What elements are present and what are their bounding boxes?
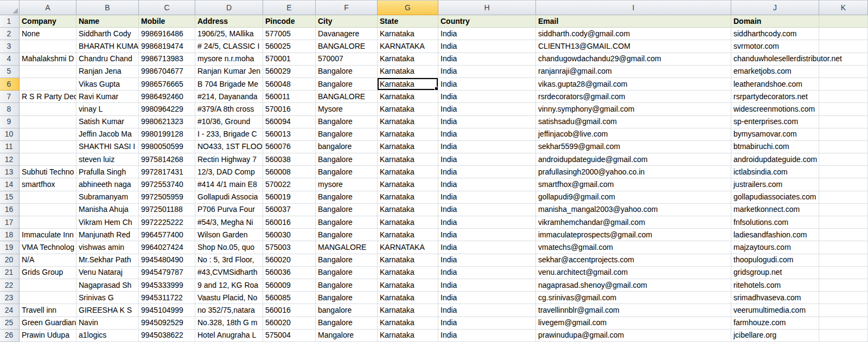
cell-J7[interactable]: rsrpartydecorators.net [731, 91, 819, 103]
column-header-G[interactable]: G [378, 0, 438, 15]
cell-J25[interactable]: farmhouze.com [731, 317, 819, 330]
cell-A3[interactable] [20, 40, 76, 53]
cell-F22[interactable]: Bangalore [316, 279, 378, 292]
cell-B2[interactable]: Siddharth Cody [76, 28, 139, 40]
row-header-26[interactable]: 26 [0, 330, 20, 342]
cell-I17[interactable]: vikramhemchandar@gmail.com [536, 216, 731, 229]
cell-B1[interactable]: Name [76, 15, 139, 28]
cell-A23[interactable] [20, 292, 76, 304]
cell-E25[interactable]: 560020 [263, 317, 316, 330]
cell-E14[interactable]: 570022 [263, 178, 316, 191]
cell-H10[interactable]: India [438, 128, 536, 141]
cell-C1[interactable]: Mobile [139, 15, 195, 28]
cell-H16[interactable]: India [438, 204, 536, 216]
column-header-J[interactable]: J [731, 0, 819, 15]
cell-E23[interactable]: 560085 [263, 292, 316, 304]
cell-C4[interactable]: 9986713983 [139, 53, 195, 66]
cell-F10[interactable]: Bangalore [316, 128, 378, 141]
cell-I19[interactable]: vmatechs@gmail.com [536, 241, 731, 254]
cell-H15[interactable]: India [438, 191, 536, 204]
cell-A21[interactable]: Grids Group [20, 267, 76, 279]
row-header-1[interactable]: 1 [0, 15, 20, 28]
row-header-18[interactable]: 18 [0, 229, 20, 241]
cell-J14[interactable]: justrailers.com [731, 178, 819, 191]
cell-A10[interactable] [20, 128, 76, 141]
cell-K10[interactable] [819, 128, 868, 141]
cell-C11[interactable]: 9980050599 [139, 141, 195, 153]
cell-A18[interactable]: Immaculate Inn [20, 229, 76, 241]
cell-I13[interactable]: prafullasingh2000@yahoo.co.in [536, 166, 731, 178]
cell-I18[interactable]: immaculateprospects@gmail.com [536, 229, 731, 241]
cell-J21[interactable]: gridsgroup.net [731, 267, 819, 279]
cell-C8[interactable]: 9980964229 [139, 103, 195, 115]
cell-C13[interactable]: 9972817431 [139, 166, 195, 178]
cell-I11[interactable]: sekhar5599@gmail.com [536, 141, 731, 153]
cell-D18[interactable]: Wilson Garden [195, 229, 263, 241]
cell-A4[interactable]: Mahalakshmi D [20, 53, 76, 66]
cell-H20[interactable]: India [438, 254, 536, 267]
column-header-C[interactable]: C [139, 0, 195, 15]
cell-F13[interactable]: Bangalore [316, 166, 378, 178]
cell-H17[interactable]: India [438, 216, 536, 229]
cell-H7[interactable]: India [438, 91, 536, 103]
cell-D17[interactable]: #54/3, Megha Ni [195, 216, 263, 229]
cell-C5[interactable]: 9986704677 [139, 66, 195, 78]
cell-I23[interactable]: cg.srinivas@gmail.com [536, 292, 731, 304]
cell-J10[interactable]: bymysamovar.com [731, 128, 819, 141]
cell-E9[interactable]: 560094 [263, 116, 316, 128]
fill-handle[interactable] [435, 87, 438, 90]
cell-F21[interactable]: Bangalore [316, 267, 378, 279]
cell-E20[interactable]: 560020 [263, 254, 316, 267]
cell-F11[interactable]: bangalore [316, 141, 378, 153]
cell-B5[interactable]: Ranjan Jena [76, 66, 139, 78]
cell-D23[interactable]: Vaastu Placid, No [195, 292, 263, 304]
cell-K21[interactable] [819, 267, 868, 279]
row-header-22[interactable]: 22 [0, 279, 20, 292]
cell-B4[interactable]: Chandru Chand [76, 53, 139, 66]
cell-A5[interactable] [20, 66, 76, 78]
cell-I7[interactable]: rsrdecorators@gmail.com [536, 91, 731, 103]
cell-H3[interactable]: India [438, 40, 536, 53]
cell-I25[interactable]: livegem@gmail.com [536, 317, 731, 330]
cell-D25[interactable]: No.328, 18th G m [195, 317, 263, 330]
cell-B18[interactable]: Manjunath Red [76, 229, 139, 241]
cell-A2[interactable]: None [20, 28, 76, 40]
cell-J17[interactable]: fnfsolutions.com [731, 216, 819, 229]
cell-K8[interactable] [819, 103, 868, 115]
cell-H25[interactable]: India [438, 317, 536, 330]
row-header-23[interactable]: 23 [0, 292, 20, 304]
cell-F20[interactable]: Bangalore [316, 254, 378, 267]
cell-G16[interactable]: Karnataka [378, 204, 438, 216]
cell-I3[interactable]: CLIENTH13@GMAIL.COM [536, 40, 731, 53]
cell-I2[interactable]: siddharth.cody@gmail.com [536, 28, 731, 40]
cell-H18[interactable]: India [438, 229, 536, 241]
cell-K5[interactable] [819, 66, 868, 78]
cell-J20[interactable]: thoopulogudi.com [731, 254, 819, 267]
row-header-24[interactable]: 24 [0, 304, 20, 317]
cell-D9[interactable]: #10/36, Ground [195, 116, 263, 128]
cell-K23[interactable] [819, 292, 868, 304]
column-header-K[interactable]: K [819, 0, 868, 15]
cell-J19[interactable]: majzaytours.com [731, 241, 819, 254]
cell-D20[interactable]: No : 5, 3rd Floor, [195, 254, 263, 267]
cell-D21[interactable]: #43,CVMSidharth [195, 267, 263, 279]
cell-H5[interactable]: India [438, 66, 536, 78]
select-all-corner[interactable] [0, 0, 20, 15]
cell-K20[interactable] [819, 254, 868, 267]
cell-A25[interactable]: Green Guardian [20, 317, 76, 330]
cell-K18[interactable] [819, 229, 868, 241]
cell-B9[interactable]: Satish Kumar [76, 116, 139, 128]
cell-B23[interactable]: Srinivas G [76, 292, 139, 304]
cell-J4[interactable]: chanduwholesellerdistributor.net [731, 53, 819, 66]
cell-H8[interactable]: India [438, 103, 536, 115]
cell-I14[interactable]: smartfhox@gmail.com [536, 178, 731, 191]
cell-C22[interactable]: 9945333999 [139, 279, 195, 292]
column-header-F[interactable]: F [316, 0, 378, 15]
cell-C15[interactable]: 9972505959 [139, 191, 195, 204]
cell-B3[interactable]: BHARATH KUMA [76, 40, 139, 53]
row-header-8[interactable]: 8 [0, 103, 20, 115]
cell-K17[interactable] [819, 216, 868, 229]
cell-I20[interactable]: sekhar@accentprojects.com [536, 254, 731, 267]
cell-K22[interactable] [819, 279, 868, 292]
cell-H11[interactable]: India [438, 141, 536, 153]
